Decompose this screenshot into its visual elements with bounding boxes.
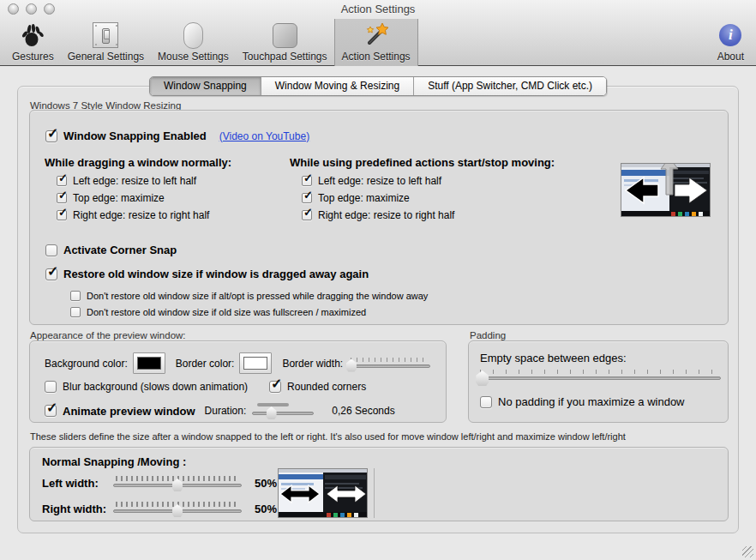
left-width-label: Left width: xyxy=(42,477,107,490)
sliders-description: These sliders define the size after a wi… xyxy=(30,431,626,442)
right-width-slider[interactable] xyxy=(113,500,242,517)
blur-background-checkbox[interactable] xyxy=(45,381,57,393)
dont-restore-altopt-label: Don't restore old window size if alt/opt… xyxy=(87,291,428,301)
window-chrome: Action Settings Gestures xyxy=(0,0,756,66)
info-icon: i xyxy=(719,21,741,49)
toolbar-item-about[interactable]: i About xyxy=(711,19,751,66)
animate-preview-checkbox[interactable] xyxy=(45,405,57,417)
predefined-actions-column: While using predefined actions start/sto… xyxy=(290,156,555,221)
blur-background-label: Blur background (slows down animation) xyxy=(63,381,248,393)
action-settings-window: { "window": { "title": "Action Settings"… xyxy=(0,0,756,560)
predefined-top-edge-label: Top edge: maximize xyxy=(318,192,410,204)
activate-corner-snap-label: Activate Corner Snap xyxy=(63,244,177,256)
touchpad-icon xyxy=(273,21,297,49)
border-color-label: Border color: xyxy=(176,358,235,370)
animate-preview-label: Animate preview window xyxy=(63,405,195,418)
drag-top-edge-checkbox[interactable] xyxy=(57,193,67,203)
toolbar-item-general-settings[interactable]: General Settings xyxy=(61,19,151,66)
predefined-top-edge-checkbox[interactable] xyxy=(302,193,312,203)
width-preview-image xyxy=(278,468,368,518)
predefined-right-edge-label: Right edge: resize to right half xyxy=(318,209,454,221)
toolbar-item-action-settings[interactable]: Action Settings xyxy=(334,19,418,66)
border-color-well[interactable] xyxy=(239,352,272,374)
window-snapping-enabled-checkbox[interactable] xyxy=(45,130,57,142)
border-width-label: Border width: xyxy=(282,358,343,370)
no-padding-label: No padding if you maximize a window xyxy=(498,395,685,408)
toolbar-item-label: Gestures xyxy=(12,51,54,63)
dont-restore-fullscreen-label: Don't restore old window size if old siz… xyxy=(87,307,366,317)
switch-plate-icon xyxy=(93,21,118,49)
padding-group-box: Empty space between edges: No padding if… xyxy=(468,340,729,423)
drag-right-edge-label: Right edge: resize to right half xyxy=(73,209,209,221)
titlebar[interactable]: Action Settings xyxy=(0,0,756,19)
tab-content-window-snapping: Windows 7 Style Window Resizing Window S… xyxy=(17,86,739,533)
window-title: Action Settings xyxy=(0,0,756,19)
group-title-padding: Padding xyxy=(470,330,506,340)
toolbar-item-label: About xyxy=(717,51,744,63)
toolbar-spacer xyxy=(418,19,711,66)
tab-stuff[interactable]: Stuff (App Switcher, CMD Click etc.) xyxy=(413,77,606,95)
left-width-slider[interactable] xyxy=(113,474,242,491)
duration-slider[interactable] xyxy=(252,402,314,419)
right-width-label: Right width: xyxy=(42,503,107,515)
video-on-youtube-link[interactable]: (Video on YouTube) xyxy=(219,130,309,142)
toolbar: Gestures General Settings Mouse Settings… xyxy=(0,19,756,66)
drag-right-edge-checkbox[interactable] xyxy=(57,210,67,220)
empty-space-label: Empty space between edges: xyxy=(480,352,627,364)
toolbar-item-label: Touchpad Settings xyxy=(243,51,327,63)
duration-label: Duration: xyxy=(205,405,247,417)
restore-old-size-label: Restore old window size if window is dra… xyxy=(63,268,369,280)
drag-top-edge-label: Top edge: maximize xyxy=(73,192,165,204)
toolbar-item-touchpad-settings[interactable]: Touchpad Settings xyxy=(236,19,334,66)
section-divider xyxy=(374,468,375,518)
hand-icon xyxy=(19,21,46,49)
toolbar-item-label: General Settings xyxy=(68,51,144,63)
predefined-right-edge-checkbox[interactable] xyxy=(302,210,312,220)
predefined-actions-heading: While using predefined actions start/sto… xyxy=(290,156,555,169)
dont-restore-fullscreen-checkbox[interactable] xyxy=(70,307,81,317)
drag-left-edge-checkbox[interactable] xyxy=(57,176,67,186)
normal-snapping-group-box: Normal Snapping /Moving : Left width: 50… xyxy=(29,447,729,521)
toolbar-item-mouse-settings[interactable]: Mouse Settings xyxy=(151,19,236,66)
right-width-value: 50% xyxy=(255,503,277,515)
snap-directions-preview-image xyxy=(621,163,711,217)
tab-window-snapping[interactable]: Window Snapping xyxy=(150,77,261,95)
padding-slider[interactable] xyxy=(477,367,721,384)
mouse-icon xyxy=(183,21,203,49)
restore-old-size-checkbox[interactable] xyxy=(45,268,57,280)
toolbar-item-gestures[interactable]: Gestures xyxy=(5,19,61,66)
snapping-group-box: Window Snapping Enabled (Video on YouTub… xyxy=(29,110,729,325)
appearance-group-box: Background color: Border color: Border w… xyxy=(29,340,447,423)
background-color-well[interactable] xyxy=(133,352,165,374)
no-padding-checkbox[interactable] xyxy=(480,396,492,408)
rounded-corners-label: Rounded corners xyxy=(287,381,366,393)
border-width-slider[interactable] xyxy=(348,355,430,372)
predefined-left-edge-label: Left edge: resize to left half xyxy=(318,175,441,187)
resize-grip[interactable] xyxy=(742,546,753,557)
duration-value: 0,26 Seconds xyxy=(332,405,394,417)
window-snapping-enabled-label: Window Snapping Enabled xyxy=(63,129,207,142)
dont-restore-altopt-checkbox[interactable] xyxy=(70,291,81,301)
tab-window-moving-resizing[interactable]: Window Moving & Resizing xyxy=(261,77,413,95)
predefined-left-edge-checkbox[interactable] xyxy=(302,176,312,186)
drag-left-edge-label: Left edge: resize to left half xyxy=(73,175,196,187)
rounded-corners-checkbox[interactable] xyxy=(269,381,281,393)
normal-snapping-title: Normal Snapping /Moving : xyxy=(42,455,186,468)
drag-normally-column: While dragging a window normally: Left e… xyxy=(45,156,231,221)
drag-normally-heading: While dragging a window normally: xyxy=(45,156,231,169)
group-title-appearance: Appearance of the preview window: xyxy=(30,330,186,340)
background-color-label: Background color: xyxy=(45,358,128,370)
toolbar-item-label: Action Settings xyxy=(342,51,411,63)
left-width-value: 50% xyxy=(255,477,277,490)
toolbar-item-label: Mouse Settings xyxy=(158,51,229,63)
magic-wand-icon xyxy=(362,20,391,49)
tab-bar: Window Snapping Window Moving & Resizing… xyxy=(149,76,607,96)
activate-corner-snap-checkbox[interactable] xyxy=(45,244,57,256)
